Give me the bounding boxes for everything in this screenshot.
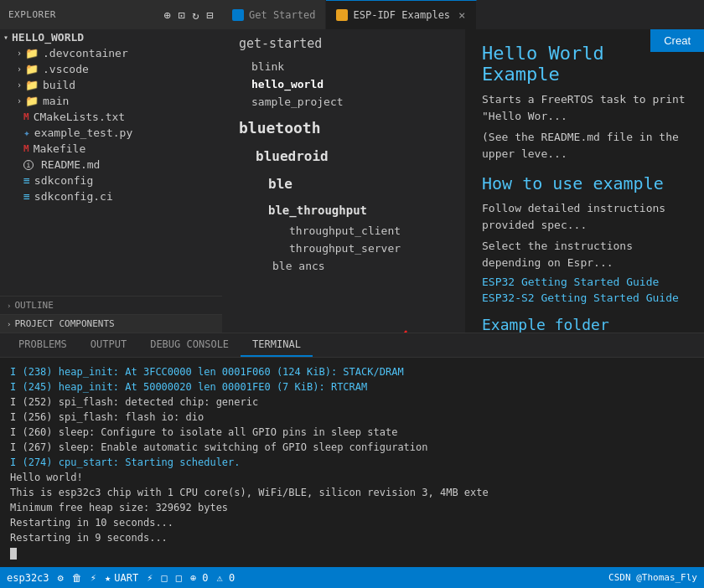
sdkconfig-ci-label: sdkconfig.ci	[34, 190, 113, 203]
ble-item[interactable]: ble	[222, 169, 465, 197]
devcontainer-icon: 📁	[25, 47, 39, 59]
bluedroid-item[interactable]: bluedroid	[222, 142, 465, 169]
main-icon: 📁	[25, 95, 39, 107]
esp32-guide-link[interactable]: ESP32 Getting Started Guide	[482, 276, 687, 288]
problems-tab[interactable]: PROBLEMS	[7, 333, 79, 357]
status-power[interactable]: ⚡	[147, 572, 153, 584]
tab-label-esp-idf: ESP-IDF Examples	[353, 9, 450, 21]
root-label: HELLO_WORLD	[12, 31, 84, 44]
status-uart[interactable]: ★ UART	[105, 572, 138, 584]
tab-bar: Get Started ESP-IDF Examples ×	[222, 0, 704, 29]
vscode-icon: 📁	[25, 63, 39, 75]
status-settings[interactable]: ⚙	[58, 572, 64, 584]
terminal-line-7: I (274) cpu_start: Starting scheduler.	[10, 455, 694, 470]
content-desc1: Starts a FreeRTOS task to print "Hello W…	[482, 91, 687, 124]
tree-root[interactable]: ▾ HELLO_WORLD	[0, 29, 222, 45]
outline-panel[interactable]: › OUTLINE	[0, 296, 222, 314]
status-monitor[interactable]: □	[161, 572, 167, 584]
hello-world-item[interactable]: hello_world	[222, 75, 465, 93]
python-icon: ✦	[23, 126, 30, 139]
tree-item-sdkconfig[interactable]: ≡ sdkconfig	[0, 173, 222, 188]
star-icon: ★	[105, 572, 111, 584]
terminal-line-9: This is esp32c3 chip with 1 CPU core(s),…	[10, 485, 694, 500]
devcontainer-label: .devcontainer	[43, 47, 128, 59]
center-panel: get-started blink hello_world sample_pro…	[222, 29, 704, 333]
sdkconfig-label: sdkconfig	[34, 174, 93, 187]
debug-console-tab[interactable]: DEBUG CONSOLE	[138, 333, 241, 357]
explorer-header: EXPLORER ⊕ ⊡ ↻ ⊟	[0, 0, 222, 29]
cmake-label: CMakeLists.txt	[34, 111, 126, 123]
example-test-label: example_test.py	[34, 126, 132, 139]
bluetooth-item[interactable]: bluetooth	[222, 111, 465, 142]
content-desc2: (See the README.md file in the upper lev…	[482, 129, 687, 162]
ble-throughput-item[interactable]: ble_throughput	[222, 197, 465, 222]
project-components-panel[interactable]: › PROJECT COMPONENTS	[0, 314, 222, 333]
outline-label: OUTLINE	[14, 300, 53, 311]
tree-item-build[interactable]: › 📁 build	[0, 77, 222, 93]
cmake-icon: M	[23, 111, 29, 122]
new-file-icon[interactable]: ⊕	[163, 8, 171, 22]
chip-label: esp32c3	[7, 572, 49, 584]
status-square[interactable]: □	[176, 572, 182, 584]
terminal-line-5: I (260) sleep: Configure to isolate all …	[10, 425, 694, 440]
makefile-label: Makefile	[34, 142, 86, 155]
output-tab[interactable]: OUTPUT	[79, 333, 138, 357]
status-right: CSDN @Thomas_Fly	[608, 572, 697, 583]
terminal-line-6: I (267) sleep: Enable automatic switchin…	[10, 440, 694, 455]
get-started-item[interactable]: get-started	[222, 29, 465, 58]
watermark-text: CSDN @Thomas_Fly	[608, 572, 697, 583]
explorer-label: EXPLORER	[8, 9, 56, 20]
tab-close-icon[interactable]: ×	[458, 8, 465, 22]
build-arrow: ›	[17, 80, 22, 90]
trash-icon: 🗑	[72, 572, 82, 584]
build-label: build	[43, 79, 75, 91]
status-errors[interactable]: ⊕ 0	[190, 572, 209, 584]
how-to-desc: Follow detailed instructions provided sp…	[482, 200, 687, 233]
tree-item-devcontainer[interactable]: › 📁 .devcontainer	[0, 45, 222, 61]
tree-item-example-test[interactable]: ✦ example_test.py	[0, 125, 222, 141]
warnings-label: ⚠ 0	[217, 572, 236, 584]
devcontainer-arrow: ›	[17, 49, 22, 58]
terminal-line-4: I (256) spi_flash: flash io: dio	[10, 410, 694, 425]
root-arrow: ▾	[3, 33, 8, 42]
collapse-icon[interactable]: ⊟	[206, 8, 214, 22]
status-warnings[interactable]: ⚠ 0	[217, 572, 236, 584]
flash-icon: ⚡	[91, 572, 96, 584]
project-components-label: PROJECT COMPONENTS	[14, 318, 114, 329]
new-folder-icon[interactable]: ⊡	[178, 8, 185, 22]
throughput-client-item[interactable]: throughput_client	[222, 222, 465, 240]
tree-item-sdkconfig-ci[interactable]: ≡ sdkconfig.ci	[0, 188, 222, 204]
tree-item-makefile[interactable]: M Makefile	[0, 141, 222, 157]
terminal-cursor	[10, 548, 17, 560]
refresh-icon[interactable]: ↻	[192, 8, 199, 22]
terminal-tab[interactable]: TERMINAL	[241, 333, 313, 357]
terminal-line-1: I (238) heap_init: At 3FCC0000 len 0001F…	[10, 364, 694, 379]
content-area: Creat Hello World Example Starts a FreeR…	[465, 29, 704, 333]
ble-ancs-item[interactable]: ble ancs	[222, 257, 465, 275]
power-icon: ⚡	[147, 572, 153, 584]
errors-label: ⊕ 0	[190, 572, 209, 584]
create-button[interactable]: Creat	[650, 29, 704, 52]
sample-project-item[interactable]: sample_project	[222, 93, 465, 111]
tab-label-get-started: Get Started	[249, 9, 315, 21]
esp32-s2-guide-link[interactable]: ESP32-S2 Getting Started Guide	[482, 291, 687, 304]
terminal-cursor-line	[10, 545, 694, 560]
status-flash[interactable]: ⚡	[91, 572, 96, 584]
tree-item-main[interactable]: › 📁 main	[0, 93, 222, 109]
tab-get-started[interactable]: Get Started	[222, 0, 326, 29]
build-icon: 📁	[25, 79, 39, 91]
main-area: ▾ HELLO_WORLD › 📁 .devcontainer › 📁 .vsc…	[0, 29, 704, 333]
status-chip[interactable]: esp32c3	[7, 572, 49, 584]
vscode-arrow: ›	[17, 64, 22, 74]
settings-icon: ⚙	[58, 572, 64, 584]
project-components-arrow: ›	[7, 320, 11, 328]
tab-esp-idf-examples[interactable]: ESP-IDF Examples ×	[326, 0, 476, 29]
blink-item[interactable]: blink	[222, 58, 465, 75]
readme-icon: i	[23, 160, 34, 170]
throughput-server-item[interactable]: throughput_server	[222, 240, 465, 257]
status-trash[interactable]: 🗑	[72, 572, 82, 584]
square-icon: □	[176, 572, 182, 584]
tree-item-cmake[interactable]: M CMakeLists.txt	[0, 109, 222, 125]
tree-item-vscode[interactable]: › 📁 .vscode	[0, 61, 222, 77]
tree-item-readme[interactable]: i README.md	[0, 157, 222, 173]
